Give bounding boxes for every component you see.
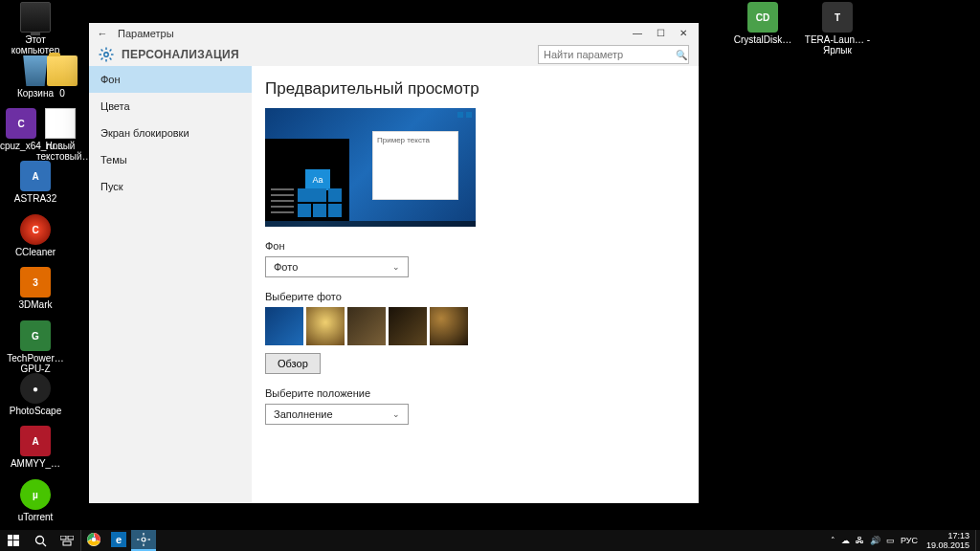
sidebar-item-background[interactable]: Фон — [89, 66, 252, 93]
taskbar-app-settings[interactable] — [131, 530, 156, 551]
folder-icon — [47, 55, 78, 86]
thumbnail[interactable] — [347, 307, 386, 345]
desktop-icon-gpuz[interactable]: G TechPower… GPU-Z — [0, 320, 71, 374]
show-desktop-button[interactable] — [975, 530, 980, 551]
svg-rect-11 — [8, 540, 12, 546]
position-label: Выберите положение — [265, 387, 685, 399]
desktop-icon-3dmark[interactable]: 3 3DMark — [0, 267, 71, 310]
tray-chevron-icon[interactable]: ˄ — [828, 536, 838, 545]
thumbnail[interactable] — [265, 307, 303, 345]
svg-rect-10 — [13, 535, 19, 540]
clock-date: 19.08.2015 — [926, 540, 969, 550]
search-box[interactable]: 🔍 — [538, 45, 689, 64]
svg-point-20 — [92, 538, 96, 541]
desktop-icon-tera[interactable]: T TERA-Laun… - Ярлык — [802, 2, 873, 55]
desktop-icon-folder[interactable]: 0 — [38, 55, 86, 99]
task-view-button[interactable] — [54, 530, 80, 551]
svg-rect-15 — [60, 536, 66, 540]
taskbar-app-chrome[interactable] — [81, 530, 106, 551]
crystaldisk-icon: CD — [747, 2, 778, 33]
chevron-down-icon: ⌄ — [392, 262, 400, 272]
titlebar: ← Параметры — ☐ ✕ — [89, 23, 699, 43]
desktop-icon-cpuz[interactable]: C cpuz_x64_ru… — [0, 108, 42, 151]
desktop-icon-photoscape[interactable]: ● PhotoScape — [0, 373, 71, 416]
content-pane: Предварительный просмотр Aa Пример текст… — [252, 66, 699, 503]
maximize-button[interactable]: ☐ — [649, 23, 672, 43]
tray-network-icon[interactable]: 🖧 — [853, 536, 867, 545]
back-button[interactable]: ← — [93, 28, 112, 39]
sidebar-item-colors[interactable]: Цвета — [89, 93, 252, 120]
position-value: Заполнение — [274, 408, 333, 420]
minimize-button[interactable]: — — [626, 23, 649, 43]
choose-photo-label: Выберите фото — [265, 291, 685, 302]
start-button[interactable] — [0, 530, 27, 551]
search-input[interactable] — [544, 49, 676, 60]
cpuz-icon: C — [6, 108, 36, 139]
monitor-icon — [20, 2, 51, 33]
settings-window: ← Параметры — ☐ ✕ ПЕРСОНАЛИЗАЦИЯ 🔍 Фон Ц… — [89, 23, 699, 503]
tray-onedrive-icon[interactable]: ☁ — [838, 536, 853, 545]
browse-button[interactable]: Обзор — [265, 353, 321, 374]
photoscape-icon: ● — [20, 373, 51, 404]
sidebar-item-start[interactable]: Пуск — [89, 173, 252, 200]
svg-line-8 — [101, 58, 103, 60]
bg-type-dropdown[interactable]: Фото ⌄ — [265, 256, 409, 277]
ccleaner-icon: C — [20, 214, 51, 245]
taskbar[interactable]: e ˄ ☁ 🖧 🔊 ▭ РУС 17:13 19.08.2015 — [0, 530, 980, 551]
svg-point-13 — [35, 536, 43, 543]
thumbnail[interactable] — [430, 307, 468, 345]
desktop-icon-crystaldisk[interactable]: CD CrystalDisk… — [727, 2, 798, 45]
taskbar-app-edge[interactable]: e — [106, 530, 131, 551]
svg-rect-12 — [13, 540, 19, 546]
tray-language[interactable]: РУС — [898, 536, 921, 545]
3dmark-icon: 3 — [20, 267, 51, 298]
textfile-icon — [45, 108, 76, 139]
svg-point-0 — [104, 53, 108, 56]
sidebar: Фон Цвета Экран блокировки Темы Пуск — [89, 66, 252, 503]
svg-rect-9 — [8, 535, 12, 540]
tray-volume-icon[interactable]: 🔊 — [867, 536, 883, 545]
desktop-icon-ammyy[interactable]: A AMMYY_… — [0, 426, 71, 469]
desktop-icon-ccleaner[interactable]: C CCleaner — [0, 214, 71, 257]
wallpaper-preview: Aa Пример текста — [265, 108, 476, 227]
thumbnail[interactable] — [306, 307, 345, 345]
header-bar: ПЕРСОНАЛИЗАЦИЯ 🔍 — [89, 43, 699, 66]
chevron-down-icon: ⌄ — [392, 409, 400, 419]
thumbnail[interactable] — [389, 307, 427, 345]
section-title: ПЕРСОНАЛИЗАЦИЯ — [122, 48, 239, 61]
utorrent-icon: µ — [20, 479, 51, 510]
clock-time: 17:13 — [926, 531, 969, 540]
window-title: Параметры — [118, 28, 626, 39]
tray-action-center-icon[interactable]: ▭ — [883, 536, 898, 545]
bg-label: Фон — [265, 240, 685, 252]
search-icon: 🔍 — [676, 50, 687, 60]
position-dropdown[interactable]: Заполнение ⌄ — [265, 404, 409, 425]
desktop-icon-this-pc[interactable]: Этот компьютер — [0, 2, 71, 55]
gear-icon — [99, 47, 114, 62]
svg-rect-17 — [63, 541, 71, 545]
svg-rect-16 — [68, 536, 74, 540]
photo-thumbnails — [265, 307, 685, 345]
desktop-icon-astra[interactable]: A ASTRA32 — [0, 161, 71, 204]
sidebar-item-lockscreen[interactable]: Экран блокировки — [89, 120, 252, 146]
preview-sample-window: Пример текста — [372, 131, 458, 200]
desktop-icon-newtxt[interactable]: Новый текстовый… — [36, 108, 84, 162]
search-button[interactable] — [27, 530, 54, 551]
preview-heading: Предварительный просмотр — [265, 79, 685, 99]
bg-type-value: Фото — [274, 261, 298, 273]
taskbar-clock[interactable]: 17:13 19.08.2015 — [921, 531, 975, 550]
astra-icon: A — [20, 161, 51, 191]
ammyy-icon: A — [20, 426, 51, 456]
tera-icon: T — [822, 2, 853, 33]
svg-line-7 — [110, 50, 112, 52]
svg-point-21 — [142, 538, 145, 541]
close-button[interactable]: ✕ — [672, 23, 695, 43]
svg-line-14 — [42, 542, 46, 546]
sidebar-item-themes[interactable]: Темы — [89, 146, 252, 173]
svg-line-5 — [101, 50, 103, 52]
gpuz-icon: G — [20, 320, 51, 351]
system-tray[interactable]: ˄ ☁ 🖧 🔊 ▭ РУС 17:13 19.08.2015 — [828, 530, 980, 551]
desktop-icon-utorrent[interactable]: µ uTorrent — [0, 479, 71, 522]
window-controls: — ☐ ✕ — [626, 23, 695, 43]
preview-tile-aa: Aa — [305, 169, 330, 190]
